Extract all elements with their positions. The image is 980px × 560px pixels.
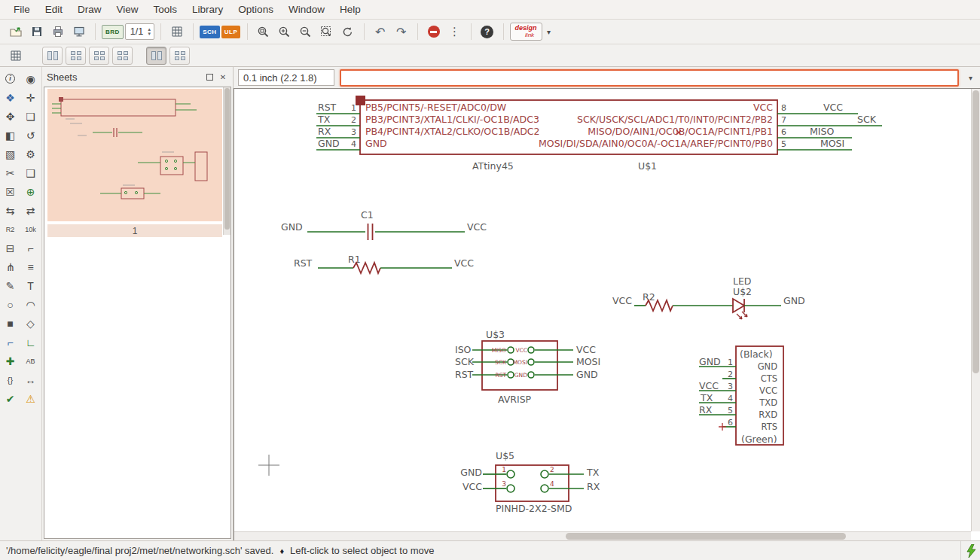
pinheader-u5[interactable]: U$5 1 2 3 4 GND VCC TX [460,450,600,514]
screenshot-button[interactable] [69,22,89,41]
rect-button[interactable]: ■ [0,314,20,333]
design-link-button[interactable]: design link [510,23,542,41]
net-label: RX [318,126,331,137]
copy-button[interactable]: ❏ [20,107,41,126]
menu-view[interactable]: View [109,2,146,17]
print-button[interactable] [48,22,68,41]
sch-button[interactable]: SCH [200,22,219,41]
spinner-arrows-icon[interactable]: ▲▼ [147,27,151,36]
stop-button[interactable] [424,22,444,41]
info-button[interactable]: i [0,69,20,88]
pin-number: 8 [781,103,786,113]
display-preset-2[interactable] [66,47,86,65]
add-button[interactable]: ⊕ [20,182,41,201]
label-button[interactable]: AB [20,352,41,370]
menu-options[interactable]: Options [230,2,281,17]
delete-button[interactable]: ☒ [0,182,20,201]
sheets-scrollbar[interactable] [223,87,230,235]
horizontal-scrollbar[interactable] [234,531,971,540]
command-input[interactable] [340,69,959,87]
display-preset-3[interactable] [89,47,109,65]
mirror-button[interactable]: ◧ [0,126,20,145]
arc-button[interactable]: ◠ [20,295,41,314]
horizontal-scrollbar-thumb[interactable] [566,533,846,540]
name-button[interactable]: R2 [0,220,20,239]
wire-button[interactable]: ✎ [0,276,20,295]
miter-button[interactable]: ⌐ [20,239,41,257]
open-button[interactable] [6,22,26,41]
ftdi-connector[interactable]: (Black) (Green) GND VCC TX RX 1 [699,346,783,445]
dimension-button[interactable]: ↔ [20,370,41,389]
polygon-button[interactable]: ◇ [20,314,41,333]
circle-button[interactable]: ○ [0,295,20,314]
move-button[interactable]: ✥ [0,107,20,126]
capacitor-c1[interactable]: C1 GND VCC [281,209,487,240]
sheets-scrollbar-thumb[interactable] [224,88,230,230]
redo-button[interactable]: ↷ [392,22,411,41]
zoom-select-button[interactable] [317,22,337,41]
design-link-dropdown[interactable]: ▾ [544,22,554,41]
display-preset-4[interactable] [112,47,133,65]
show-button[interactable]: ◉ [20,69,41,88]
replace-button[interactable]: ⇄ [20,201,41,220]
menu-help[interactable]: Help [332,2,368,17]
save-button[interactable] [27,22,47,41]
menu-file[interactable]: File [6,2,38,17]
menu-window[interactable]: Window [281,2,332,17]
display-preset-5[interactable] [146,47,166,65]
display-button[interactable]: ❖ [0,88,20,107]
menu-draw[interactable]: Draw [70,2,109,17]
grid-button[interactable] [167,22,187,41]
menu-edit[interactable]: Edit [38,2,70,17]
vertical-scrollbar-thumb[interactable] [972,90,979,373]
erc-button[interactable]: ✔ [0,389,20,408]
zoom-in-button[interactable] [275,22,295,41]
rotate-icon: ↺ [26,129,35,142]
split-button[interactable]: ⋔ [0,257,20,276]
errors-button[interactable]: ⚠ [20,389,41,408]
vertical-scrollbar[interactable] [971,89,980,531]
avrisp-u3[interactable]: U$3 ISO SCK RST MISO [455,329,600,405]
paste-button[interactable]: ❑ [20,163,41,182]
pinswap-button[interactable]: ⇆ [0,201,20,220]
cut-button[interactable]: ✂ [0,163,20,182]
drc-indicator[interactable] [960,541,980,560]
resistor-r2-led[interactable]: VCC R2 LED U$2 GND [612,275,805,319]
board-button[interactable]: BRD [102,22,124,41]
display-preset-6[interactable] [169,47,190,65]
zoom-redraw-button[interactable] [338,22,358,41]
close-panel-icon[interactable]: ✕ [218,72,228,82]
group-button[interactable]: ▧ [0,145,20,163]
text-button[interactable]: T [20,276,41,295]
zoom-fit-button[interactable] [254,22,273,41]
pin-name: MOSI/DI/SDA/AIN0/OC0A/-OC1A/AREF/PCINT0/… [539,138,773,149]
display-preset-1[interactable] [42,47,63,65]
command-history-dropdown[interactable]: ▾ [964,68,977,87]
help-button[interactable]: ? [478,22,497,41]
invoke-button[interactable]: ≡ [20,257,41,276]
change-button[interactable]: ⚙ [20,145,41,163]
menu-library[interactable]: Library [185,2,230,17]
sheet-thumbnail[interactable]: 1 [47,89,222,237]
value-button[interactable]: 10k [20,220,41,239]
grid-settings-button[interactable] [6,46,26,65]
resistor-r1[interactable]: RST R1 VCC [294,254,474,273]
zoom-out-button[interactable] [296,22,316,41]
sheet-spinner[interactable]: 1/1 ▲▼ [125,23,154,40]
net-button[interactable]: ∟ [20,333,41,352]
smash-button[interactable]: ⊟ [0,239,20,257]
junction-button[interactable]: ✚ [0,352,20,370]
menu-tools[interactable]: Tools [146,2,185,17]
net-label: GND [699,356,721,367]
traffic-menu-button[interactable]: ⋮ [445,22,465,41]
mark-button[interactable]: ✛ [20,88,41,107]
undo-button[interactable]: ↶ [371,22,390,41]
float-panel-icon[interactable] [204,72,215,82]
rotate-button[interactable]: ↺ [20,126,41,145]
schematic-canvas[interactable]: RST TX RX GND 1 2 3 4 PB5/PCINT5/-RESET/… [234,88,980,540]
ic-attiny45[interactable]: RST TX RX GND 1 2 3 4 PB5/PCINT5/-RESET/… [316,96,882,172]
attribute-button[interactable]: {} [0,370,20,389]
bus-button[interactable]: ⌐ [0,333,20,352]
ulp-button[interactable]: ULP [221,22,241,41]
net-label: RX [699,404,713,415]
